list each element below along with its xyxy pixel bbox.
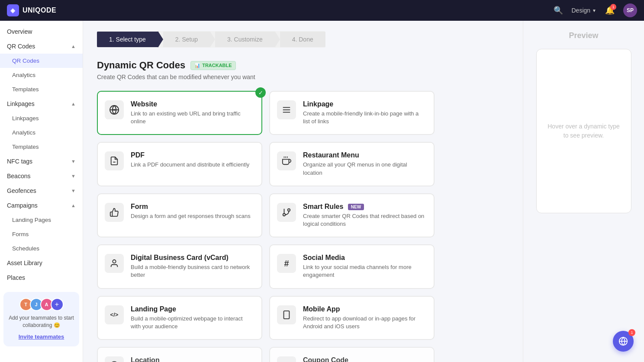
section-subtitle: Create QR Codes that can be modified whe… <box>97 74 509 80</box>
social-media-icon: # <box>277 254 296 273</box>
step-setup[interactable]: 2. Setup <box>163 32 210 47</box>
svg-rect-12 <box>284 311 290 318</box>
qr-type-vcard[interactable]: Digital Business Card (vCard) Build a mo… <box>97 244 262 288</box>
linkpage-icon <box>277 100 296 119</box>
smart-rules-icon <box>277 203 296 222</box>
invite-teammates-button[interactable]: Invite teammates <box>19 333 64 340</box>
preview-placeholder: Hover over a dynamic type to see preview… <box>536 49 631 213</box>
form-card-body: Form Design a form and get responses thr… <box>131 203 251 220</box>
vcard-description: Build a mobile-friendly business card to… <box>131 263 253 279</box>
search-icon[interactable]: 🔍 <box>554 6 563 15</box>
notification-badge: 1 <box>610 4 616 10</box>
design-label: Design <box>572 7 591 14</box>
coupon-icon: % <box>277 356 296 362</box>
sidebar-item-templates-lp[interactable]: Templates <box>0 140 83 154</box>
notification-bell[interactable]: 🔔 1 <box>605 6 615 15</box>
landing-page-description: Build a mobile-optimized webpage to inte… <box>131 315 253 330</box>
mobile-app-title: Mobile App <box>303 305 425 313</box>
sidebar-item-qr-codes-section[interactable]: QR Codes ▲ <box>0 39 83 54</box>
step-select-type[interactable]: 1. Select type <box>97 32 158 47</box>
website-card-body: Website Link to an existing web URL and … <box>131 100 253 125</box>
qr-type-website[interactable]: ✓ Website Link to an existing web URL an… <box>97 91 262 135</box>
sidebar-item-schedules[interactable]: Schedules <box>0 241 83 256</box>
pdf-icon <box>105 151 124 170</box>
sidebar-item-geofences[interactable]: Geofences ▼ <box>0 183 83 198</box>
new-badge: NEW <box>348 204 364 210</box>
smart-rules-title: Smart Rules NEW <box>303 203 425 211</box>
step-arrow-3 <box>275 31 280 48</box>
mobile-app-icon <box>277 305 296 324</box>
chevron-up-icon: ▲ <box>71 101 76 106</box>
vcard-icon <box>105 254 124 273</box>
sidebar-item-landing-pages[interactable]: Landing Pages <box>0 213 83 227</box>
mobile-app-card-body: Mobile App Redirect to app download or i… <box>303 305 425 330</box>
sidebar-item-nfc-tags[interactable]: NFC tags ▼ <box>0 154 83 169</box>
sidebar-item-places[interactable]: Places <box>0 270 83 285</box>
sidebar-item-linkpages-section[interactable]: Linkpages ▲ <box>0 96 83 111</box>
restaurant-title: Restaurant Menu <box>303 151 425 159</box>
pdf-card-body: PDF Link a PDF document and distribute i… <box>131 151 249 169</box>
qr-type-smart-rules[interactable]: Smart Rules NEW Create smarter QR Codes … <box>269 193 435 237</box>
qr-type-pdf[interactable]: PDF Link a PDF document and distribute i… <box>97 142 262 186</box>
user-avatar[interactable]: SP <box>623 3 637 17</box>
sidebar-item-beacons[interactable]: Beacons ▼ <box>0 169 83 183</box>
add-teammate-icon[interactable]: + <box>51 298 64 311</box>
design-dropdown[interactable]: Design ▼ <box>572 7 597 14</box>
chevron-down-icon: ▼ <box>592 8 596 13</box>
app-logo[interactable]: ◈ UNIQODE <box>7 4 56 16</box>
trackable-badge: 📊 TRACKABLE <box>190 61 235 70</box>
qr-type-linkpage[interactable]: Linkpage Create a mobile-friendly link-i… <box>269 91 435 135</box>
qr-type-restaurant-menu[interactable]: Restaurant Menu Organize all your QR men… <box>269 142 435 186</box>
qr-type-coupon-code[interactable]: % Coupon Code <box>269 347 435 362</box>
app-name: UNIQODE <box>23 6 56 14</box>
landing-page-icon: </> <box>105 305 124 324</box>
help-fab[interactable]: 1 <box>613 331 634 352</box>
qr-type-location[interactable]: Location <box>97 347 262 362</box>
chevron-up-icon: ▲ <box>71 44 76 49</box>
website-title: Website <box>131 100 253 108</box>
linkpage-description: Create a mobile-friendly link-in-bio pag… <box>303 110 425 125</box>
sidebar-item-linkpages[interactable]: Linkpages <box>0 111 83 125</box>
coupon-card-body: Coupon Code <box>303 356 348 362</box>
step-done[interactable]: 4. Done <box>280 32 325 47</box>
sidebar-item-campaigns[interactable]: Campaigns ▲ <box>0 198 83 213</box>
sidebar-item-qr-codes[interactable]: QR Codes <box>0 54 83 68</box>
section-header: Dynamic QR Codes 📊 TRACKABLE <box>97 60 509 71</box>
sidebar: Overview QR Codes ▲ QR Codes Analytics T… <box>0 21 83 362</box>
sidebar-item-analytics-qr[interactable]: Analytics <box>0 68 83 82</box>
qr-type-landing-page[interactable]: </> Landing Page Build a mobile-optimize… <box>97 296 262 340</box>
smart-rules-card-body: Smart Rules NEW Create smarter QR Codes … <box>303 203 425 228</box>
vcard-title: Digital Business Card (vCard) <box>131 254 253 262</box>
top-navigation: ◈ UNIQODE 🔍 Design ▼ 🔔 1 SP <box>0 0 644 21</box>
sidebar-item-templates-qr[interactable]: Templates <box>0 82 83 96</box>
sidebar-item-asset-library[interactable]: Asset Library <box>0 256 83 270</box>
restaurant-icon <box>277 151 296 170</box>
preview-title: Preview <box>569 31 598 40</box>
preview-panel: Preview Hover over a dynamic type to see… <box>523 21 644 362</box>
invite-teammates-panel: T J A + Add your teammates to start coll… <box>3 292 79 346</box>
chevron-down-icon: ▼ <box>71 159 76 164</box>
svg-point-11 <box>113 260 116 263</box>
form-title: Form <box>131 203 251 211</box>
form-description: Design a form and get responses through … <box>131 212 251 220</box>
qr-type-form[interactable]: Form Design a form and get responses thr… <box>97 193 262 237</box>
qr-type-social-media[interactable]: # Social Media Link to your social media… <box>269 244 435 288</box>
step-arrow-1 <box>158 31 163 48</box>
qr-type-mobile-app[interactable]: Mobile App Redirect to app download or i… <box>269 296 435 340</box>
fab-badge: 1 <box>628 329 635 336</box>
sidebar-item-analytics-lp[interactable]: Analytics <box>0 125 83 140</box>
chevron-down-icon: ▼ <box>71 188 76 193</box>
pdf-title: PDF <box>131 151 249 159</box>
location-title: Location <box>131 356 160 362</box>
step-customize[interactable]: 3. Customize <box>215 32 275 47</box>
website-description: Link to an existing web URL and bring tr… <box>131 110 253 125</box>
svg-point-10 <box>283 214 286 216</box>
sidebar-item-overview[interactable]: Overview <box>0 24 83 39</box>
wizard-stepper: 1. Select type 2. Setup 3. Customize 4. … <box>97 31 325 48</box>
restaurant-description: Organize all your QR menus in one digita… <box>303 161 425 176</box>
sidebar-item-forms[interactable]: Forms <box>0 227 83 241</box>
qr-type-grid: ✓ Website Link to an existing web URL an… <box>97 91 435 362</box>
main-content: 1. Select type 2. Setup 3. Customize 4. … <box>83 21 523 362</box>
teammate-avatars: T J A + <box>9 298 74 311</box>
website-icon <box>105 100 124 119</box>
